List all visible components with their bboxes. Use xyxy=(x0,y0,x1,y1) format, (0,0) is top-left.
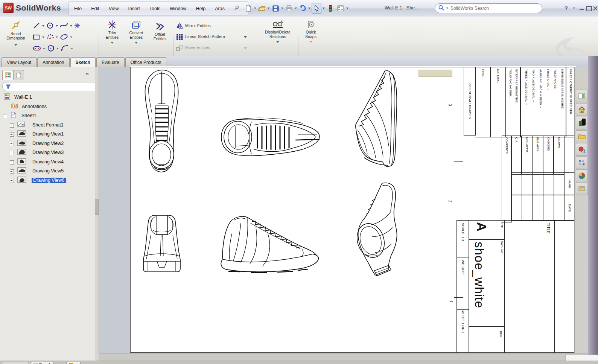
menu-help[interactable]: Help xyxy=(196,6,206,11)
tree-row-view6[interactable]: Drawing View6 xyxy=(1,176,93,185)
help-dropdown-caret[interactable] xyxy=(573,8,575,9)
print-button[interactable] xyxy=(285,3,294,13)
quick-snaps-button[interactable]: Quick Snaps xyxy=(300,20,322,43)
expand-toggle-icon[interactable] xyxy=(10,142,14,146)
menu-edit[interactable]: Edit xyxy=(91,6,99,11)
tab-evaluate[interactable]: Evaluate xyxy=(96,57,125,67)
smart-dimension-button[interactable]: Smart Dimension xyxy=(2,20,29,46)
ellipse-caret[interactable] xyxy=(70,37,72,38)
search-scope-caret[interactable] xyxy=(446,8,448,9)
feature-manager-tab[interactable] xyxy=(2,70,13,80)
panel-splitter-handle[interactable] xyxy=(95,199,99,215)
spline-tool[interactable] xyxy=(59,21,68,31)
ellipse-tool[interactable] xyxy=(59,33,68,42)
menu-aras[interactable]: Aras xyxy=(215,6,225,11)
display-delete-relations-button[interactable]: Display/Delete Relations xyxy=(259,20,297,43)
tree-row-annotations[interactable]: A Annotations xyxy=(1,102,93,111)
move-entities-button[interactable]: Move Entities xyxy=(175,42,253,53)
display-delete-caret[interactable] xyxy=(276,41,279,43)
taskpane-toggle-button[interactable] xyxy=(576,90,588,102)
menu-view[interactable]: View xyxy=(109,6,119,11)
fillet-arc-caret[interactable] xyxy=(71,48,73,49)
tree-row-view5[interactable]: Drawing View5 xyxy=(1,166,93,176)
smart-dimension-caret[interactable] xyxy=(14,44,17,46)
polygon-caret[interactable] xyxy=(56,48,59,49)
expand-toggle-icon[interactable] xyxy=(10,123,14,128)
arc-points-tool[interactable] xyxy=(46,33,54,42)
linear-pattern-button[interactable]: Linear Sketch Pattern xyxy=(175,31,253,42)
tab-view-layout[interactable]: View Layout xyxy=(2,57,37,67)
expand-toggle-icon[interactable] xyxy=(10,133,14,137)
minimize-button[interactable] xyxy=(580,9,584,10)
undo-dropdown-caret[interactable] xyxy=(308,8,310,9)
mirror-entities-button[interactable]: Mirror Entities xyxy=(175,20,253,31)
property-manager-tab[interactable] xyxy=(13,70,24,80)
print-dropdown-caret[interactable] xyxy=(295,8,297,9)
line-tool[interactable] xyxy=(32,21,41,31)
tree-row-sheet-format[interactable]: Sheet Format1 xyxy=(1,120,93,130)
search-input[interactable] xyxy=(450,5,539,11)
slot-caret[interactable] xyxy=(43,48,45,49)
convert-caret[interactable] xyxy=(135,42,138,44)
options-button[interactable] xyxy=(336,3,345,13)
drawing-view2-top-rotated[interactable] xyxy=(218,112,322,163)
expand-toggle-icon[interactable] xyxy=(10,169,14,174)
add-sheet-tab[interactable] xyxy=(66,362,81,364)
line-caret[interactable] xyxy=(42,25,44,27)
circle-caret[interactable] xyxy=(56,25,58,27)
drawing-view1-top[interactable] xyxy=(142,69,183,174)
new-dropdown-caret[interactable] xyxy=(254,8,256,9)
point-tool[interactable] xyxy=(74,22,81,30)
menu-insert[interactable]: Insert xyxy=(128,6,140,11)
arc-points-caret[interactable] xyxy=(56,37,58,38)
slot-tool[interactable] xyxy=(32,44,41,53)
search-sphere-icon[interactable] xyxy=(576,143,588,156)
drawing-view3-profile-rotated[interactable] xyxy=(353,69,414,174)
menu-pin-icon[interactable] xyxy=(234,5,239,12)
open-dropdown-caret[interactable] xyxy=(268,8,270,9)
menu-file[interactable]: File xyxy=(74,6,82,11)
fillet-arc-tool[interactable] xyxy=(60,44,69,53)
drawing-view6-isometric[interactable] xyxy=(352,181,413,277)
polygon-tool[interactable] xyxy=(47,44,55,53)
menu-tools[interactable]: Tools xyxy=(149,6,160,11)
tree-row-view3[interactable]: Drawing View3 xyxy=(1,148,93,157)
drawing-view5-side[interactable] xyxy=(218,213,321,275)
spline-caret[interactable] xyxy=(70,25,72,27)
open-button[interactable] xyxy=(257,3,266,13)
offset-entities-button[interactable]: Offset Entities xyxy=(149,22,171,41)
rectangle-caret[interactable] xyxy=(42,37,44,38)
trim-entities-button[interactable]: Trim Entities xyxy=(102,20,123,44)
appearances-sphere-icon[interactable] xyxy=(576,169,588,182)
tree-row-view4[interactable]: Drawing View4 xyxy=(1,157,93,167)
tab-office-products[interactable]: Office Products xyxy=(125,57,167,67)
help-button[interactable]: ? xyxy=(565,5,568,11)
circle-tool[interactable] xyxy=(46,21,54,31)
solidworks-resources-home-icon[interactable] xyxy=(576,103,588,116)
panel-expand-chevrons[interactable]: » xyxy=(86,71,89,77)
select-tool-button[interactable] xyxy=(312,3,321,14)
menu-window[interactable]: Window xyxy=(170,6,186,11)
expand-toggle-icon[interactable] xyxy=(10,179,14,183)
tab-annotation[interactable]: Annotation xyxy=(37,57,69,67)
file-explorer-folder-icon[interactable] xyxy=(576,130,588,143)
tree-row-root[interactable]: Wall-E 1 xyxy=(1,93,93,102)
tree-row-view2[interactable]: Drawing View2 xyxy=(1,139,93,148)
drawing-sheet[interactable]: 3 2 1 DO NOT SCALE DRAWING FINISH MATERI… xyxy=(130,66,576,353)
select-dropdown-caret[interactable] xyxy=(323,8,325,9)
view-palette-icon[interactable] xyxy=(576,156,588,169)
expand-toggle-icon[interactable] xyxy=(10,151,14,155)
undo-button[interactable] xyxy=(298,3,307,13)
maximize-button[interactable] xyxy=(586,6,592,11)
options-dropdown-caret[interactable] xyxy=(346,8,348,9)
save-button[interactable] xyxy=(271,3,280,13)
new-document-button[interactable] xyxy=(244,3,253,13)
tree-filter-box[interactable] xyxy=(2,82,99,91)
tab-sketch[interactable]: Sketch xyxy=(70,57,96,67)
save-dropdown-caret[interactable] xyxy=(281,8,283,9)
rebuild-traffic-light-icon[interactable] xyxy=(326,3,335,13)
rectangle-tool[interactable] xyxy=(32,33,41,42)
sheet1-tab[interactable]: Sheet1 xyxy=(31,362,53,364)
convert-entities-button[interactable]: Convert Entities xyxy=(125,20,148,44)
sheet-nav-buttons[interactable] xyxy=(2,362,29,364)
